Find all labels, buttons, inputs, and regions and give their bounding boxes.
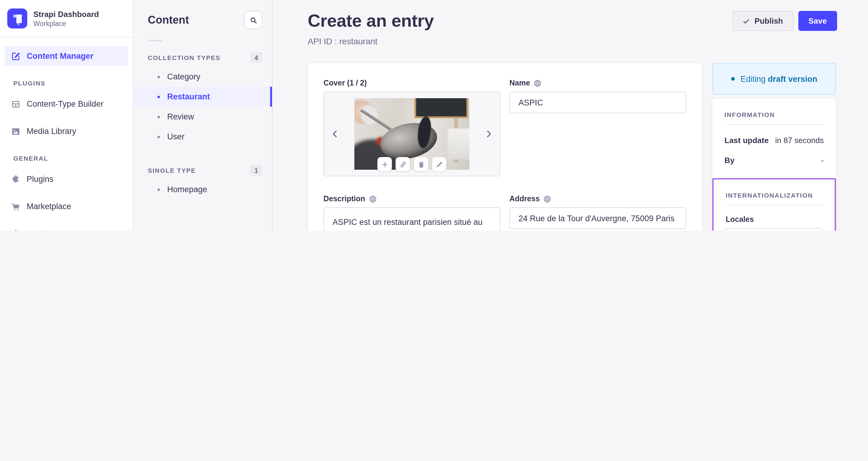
sidebar-item-settings[interactable]: Settings (5, 224, 128, 231)
search-button[interactable] (244, 11, 262, 29)
entry-form-card: Cover (1 / 2) (308, 63, 702, 231)
divider (724, 124, 824, 125)
content-subnav: Content COLLECTION TYPES 4 Category Rest… (133, 0, 273, 231)
strapi-logo-icon (7, 8, 27, 28)
name-input[interactable] (509, 91, 686, 113)
sidebar-item-content-manager[interactable]: Content Manager (5, 46, 128, 66)
subnav-item-restaurant[interactable]: Restaurant (133, 87, 272, 107)
information-title: INFORMATION (724, 111, 824, 118)
subnav-item-review[interactable]: Review (133, 107, 272, 127)
bullet-icon (157, 115, 160, 118)
bullet-icon (157, 76, 160, 78)
globe-icon (369, 195, 377, 203)
section-general: GENERAL (5, 154, 128, 162)
last-update-row: Last update in 87 seconds (724, 136, 824, 145)
cover-carousel (323, 91, 500, 176)
gear-icon (11, 229, 21, 231)
search-icon (249, 16, 257, 24)
subnav-item-label: User (167, 132, 184, 141)
internationalization-title: INTERNATIONALIZATION (726, 192, 823, 199)
by-row: By - (724, 156, 824, 165)
address-label: Address (509, 195, 686, 203)
subnav-item-label: Review (167, 112, 194, 121)
sidebar-item-media-library[interactable]: Media Library (5, 121, 128, 141)
divider (148, 40, 162, 41)
group-label-collection-types: COLLECTION TYPES (148, 54, 220, 61)
pen-icon (11, 51, 21, 61)
pencil-icon (435, 160, 443, 168)
image-icon (11, 126, 21, 136)
strapi-app: Strapi Dashboard Workplace Content Manag… (0, 0, 868, 231)
draft-status-banner: Editing draft version (712, 63, 836, 94)
sidebar-nav: Content Manager PLUGINS Content-Type Bui… (0, 37, 133, 231)
sidebar-item-label: Content-Type Builder (27, 99, 103, 109)
edit-media-button[interactable] (432, 157, 446, 172)
description-textarea[interactable]: ASPIC est un restaurant parisien situé a… (323, 207, 500, 231)
sidebar-item-plugins[interactable]: Plugins (5, 169, 128, 189)
link-icon (399, 160, 407, 168)
copy-link-button[interactable] (396, 157, 410, 172)
subnav-item-homepage[interactable]: Homepage (133, 179, 272, 199)
locales-label: Locales (726, 215, 823, 224)
trash-icon (417, 160, 425, 168)
add-media-button[interactable] (377, 157, 392, 172)
bullet-icon (157, 95, 160, 98)
section-plugins: PLUGINS (5, 79, 128, 87)
cover-label: Cover (1 / 2) (323, 79, 500, 87)
cover-actions (377, 157, 446, 172)
description-label: Description (323, 195, 500, 203)
subnav-item-user[interactable]: User (133, 127, 272, 147)
workspace-name: Workplace (33, 20, 99, 27)
carousel-prev-button[interactable] (330, 129, 340, 139)
divider (726, 205, 823, 205)
subnav-item-label: Restaurant (167, 92, 210, 101)
status-dot-icon (731, 77, 735, 81)
page-title: Create an entry (308, 11, 434, 31)
sidebar-item-label: Content Manager (27, 52, 94, 61)
main-content: Create an entry API ID : restaurant Publ… (273, 0, 868, 231)
sidebar-item-label: Marketplace (27, 202, 71, 211)
subnav-item-label: Category (167, 72, 200, 81)
check-icon (742, 17, 750, 25)
subnav-item-label: Homepage (167, 185, 207, 194)
collection-count-badge: 4 (250, 52, 262, 63)
save-button[interactable]: Save (798, 11, 837, 31)
cart-icon (11, 202, 21, 211)
api-id-subtitle: API ID : restaurant (308, 36, 434, 46)
main-sidebar: Strapi Dashboard Workplace Content Manag… (0, 0, 133, 231)
locales-select[interactable]: French (726, 228, 823, 231)
meta-panel: Editing draft version INFORMATION Last u… (712, 63, 836, 231)
sidebar-item-content-type-builder[interactable]: Content-Type Builder (5, 94, 128, 114)
puzzle-icon (11, 174, 21, 184)
sidebar-item-label: Media Library (27, 127, 76, 136)
information-card: INFORMATION Last update in 87 seconds By… (712, 99, 836, 231)
layout-icon (11, 99, 21, 109)
internationalization-section: INTERNATIONALIZATION Locales French Fill… (712, 178, 836, 231)
globe-icon (534, 79, 541, 87)
group-label-single-type: SINGLE TYPE (148, 167, 196, 174)
delete-media-button[interactable] (414, 157, 428, 172)
brand: Strapi Dashboard Workplace (0, 0, 133, 37)
globe-icon (543, 195, 551, 203)
plus-icon (381, 160, 389, 168)
subnav-title: Content (148, 13, 189, 26)
sidebar-item-label: Settings (27, 229, 56, 231)
address-input[interactable] (509, 207, 686, 229)
bullet-icon (157, 136, 160, 138)
subnav-item-category[interactable]: Category (133, 67, 272, 87)
sidebar-item-marketplace[interactable]: Marketplace (5, 196, 128, 217)
name-label: Name (509, 79, 686, 87)
publish-button[interactable]: Publish (732, 11, 793, 31)
carousel-next-button[interactable] (484, 129, 494, 139)
bullet-icon (157, 188, 160, 191)
single-count-badge: 1 (250, 165, 262, 176)
app-title: Strapi Dashboard (33, 10, 99, 20)
sidebar-item-label: Plugins (27, 175, 54, 184)
